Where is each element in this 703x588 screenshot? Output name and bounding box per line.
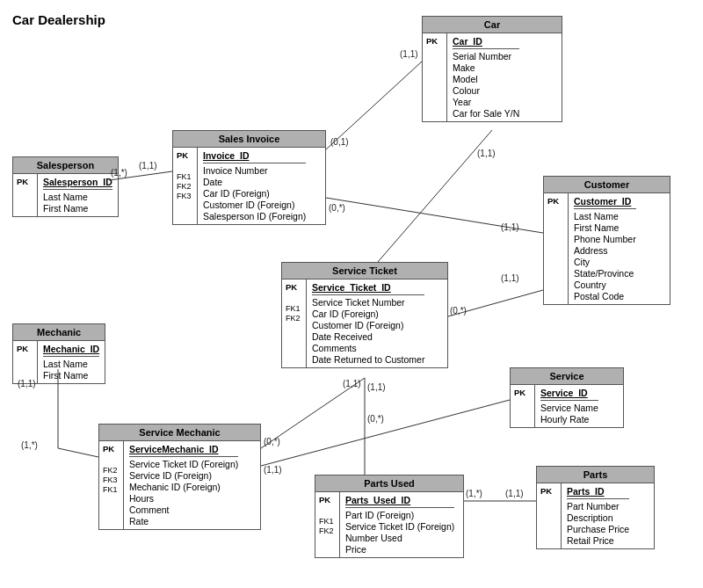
- svg-text:(0,1): (0,1): [330, 137, 349, 147]
- entity-car: Car PK Car_ID Serial Number Make Model C…: [422, 16, 562, 122]
- svg-text:(1,*): (1,*): [21, 440, 38, 450]
- service-pk-field: Service_ID: [540, 388, 598, 398]
- parts-used-pk-label: PK: [319, 495, 336, 505]
- entity-parts-header: Parts: [537, 467, 654, 483]
- entity-service-mechanic: Service Mechanic PK FK2 FK3 FK1 ServiceM…: [98, 424, 261, 530]
- svg-text:(0,*): (0,*): [329, 203, 345, 213]
- svg-text:(1,*): (1,*): [466, 489, 482, 498]
- svg-line-6: [326, 198, 543, 233]
- entity-parts: Parts PK Parts_ID Part Number Descriptio…: [536, 466, 655, 549]
- entity-parts-used-header: Parts Used: [315, 475, 463, 492]
- svg-line-21: [261, 400, 510, 466]
- svg-text:(1,1): (1,1): [477, 149, 496, 158]
- car-pk-label: PK: [426, 36, 443, 46]
- entity-service-mechanic-header: Service Mechanic: [99, 425, 260, 441]
- entity-sales-invoice-header: Sales Invoice: [173, 131, 325, 148]
- svg-text:(1,1): (1,1): [264, 465, 282, 475]
- svg-text:(1,1): (1,1): [505, 489, 524, 498]
- mechanic-pk-label: PK: [17, 344, 33, 353]
- svg-text:(1,1): (1,1): [139, 161, 157, 171]
- svg-text:(0,*): (0,*): [450, 306, 467, 316]
- car-field-1: Make: [453, 62, 519, 73]
- entity-service-ticket-header: Service Ticket: [282, 263, 447, 279]
- page-title: Car Dealership: [12, 12, 105, 27]
- salesperson-pk-label: PK: [17, 177, 33, 186]
- parts-pk-label: PK: [540, 486, 557, 496]
- svg-text:(1,1): (1,1): [501, 273, 519, 283]
- service-pk-label: PK: [514, 388, 531, 397]
- car-field-4: Year: [453, 97, 519, 107]
- entity-service-header: Service: [511, 368, 623, 385]
- salesperson-pk-field: Salesperson_ID: [43, 177, 112, 187]
- entity-customer: Customer PK Customer_ID Last Name First …: [543, 176, 670, 305]
- svg-line-9: [378, 130, 492, 262]
- entity-mechanic-header: Mechanic: [13, 324, 105, 341]
- svg-text:(0,*): (0,*): [264, 437, 280, 446]
- entity-customer-header: Customer: [544, 177, 670, 193]
- car-field-2: Model: [453, 74, 519, 84]
- entity-parts-used: Parts Used PK FK1 FK2 Parts_Used_ID Part…: [315, 475, 464, 558]
- svg-line-11: [448, 290, 543, 316]
- customer-pk-label: PK: [547, 196, 564, 206]
- svg-line-18: [261, 378, 365, 448]
- entity-service-ticket: Service Ticket PK FK1 FK2 Service_Ticket…: [281, 262, 448, 368]
- entity-salesperson-header: Salesperson: [13, 157, 118, 174]
- service-mechanic-pk-label: PK: [103, 444, 120, 454]
- service-ticket-pk-field: Service_Ticket_ID: [312, 282, 424, 293]
- car-field-3: Colour: [453, 85, 519, 96]
- service-ticket-pk-label: PK: [286, 282, 302, 292]
- mechanic-pk-field: Mechanic_ID: [43, 344, 99, 354]
- parts-pk-field: Parts_ID: [567, 486, 629, 497]
- car-field-5: Car for Sale Y/N: [453, 108, 519, 119]
- svg-text:(0,*): (0,*): [367, 414, 384, 424]
- svg-line-15: [58, 448, 98, 457]
- car-pk-field: Car_ID: [453, 36, 519, 47]
- entity-salesperson: Salesperson PK Salesperson_ID Last Name …: [12, 156, 119, 217]
- entity-car-header: Car: [423, 17, 562, 33]
- car-field-0: Serial Number: [453, 51, 519, 62]
- svg-text:(1,1): (1,1): [501, 222, 519, 232]
- entity-mechanic: Mechanic PK Mechanic_ID Last Name First …: [12, 323, 105, 384]
- entity-service: Service PK Service_ID Service Name Hourl…: [510, 367, 624, 428]
- svg-text:(1,1): (1,1): [343, 379, 361, 388]
- salesperson-field-1: First Name: [43, 203, 112, 214]
- entity-sales-invoice: Sales Invoice PK FK1 FK2 FK3 Invoice_ID …: [172, 130, 326, 225]
- customer-pk-field: Customer_ID: [574, 196, 636, 207]
- svg-line-0: [326, 62, 422, 149]
- sales-invoice-pk-field: Invoice_ID: [203, 150, 306, 161]
- parts-used-pk-field: Parts_Used_ID: [345, 495, 454, 505]
- sales-invoice-pk-label: PK: [177, 150, 193, 160]
- svg-line-3: [109, 171, 172, 180]
- svg-text:(1,1): (1,1): [400, 49, 418, 59]
- service-mechanic-pk-field: ServiceMechanic_ID: [129, 444, 238, 454]
- salesperson-field-0: Last Name: [43, 192, 112, 202]
- svg-text:(1,1): (1,1): [367, 382, 386, 392]
